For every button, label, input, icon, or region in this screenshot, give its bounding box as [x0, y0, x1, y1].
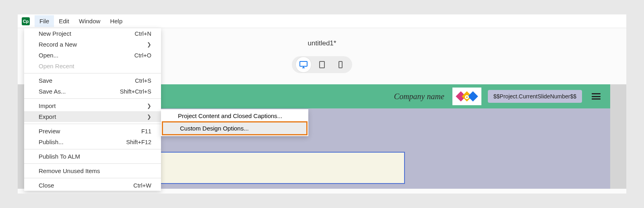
export-submenu: Project Content and Closed Captions...Cu…	[161, 109, 308, 136]
menu-item-remove-unused-items[interactable]: Remove Unused Items	[24, 165, 161, 176]
device-switcher	[292, 56, 352, 73]
company-logo	[452, 88, 481, 105]
menu-item-label: New Project	[39, 30, 71, 37]
svg-rect-7	[468, 91, 478, 101]
menu-shortcut: Ctrl+W	[133, 182, 151, 189]
menu-item-export[interactable]: Export❯	[24, 111, 161, 122]
menu-item-close[interactable]: CloseCtrl+W	[24, 180, 161, 191]
chevron-right-icon: ❯	[147, 114, 151, 120]
menu-shortcut: Ctrl+S	[135, 77, 151, 84]
menu-separator	[24, 178, 161, 178]
menu-window[interactable]: Window	[74, 15, 105, 27]
menu-item-label: Save As...	[39, 88, 66, 95]
menu-item-label: Preview	[39, 128, 60, 135]
menu-item-label: Close	[39, 182, 54, 189]
svg-rect-0	[300, 61, 307, 66]
menu-item-label: Publish...	[39, 139, 64, 145]
chevron-right-icon: ❯	[147, 41, 151, 47]
menu-help[interactable]: Help	[105, 15, 127, 27]
logo-icon	[455, 90, 479, 103]
menu-shortcut: Ctrl+O	[134, 52, 151, 59]
menu-item-preview[interactable]: PreviewF11	[24, 126, 161, 137]
menu-separator	[24, 124, 161, 124]
menu-file[interactable]: File	[35, 15, 54, 27]
menu-item-label: Record a New	[39, 41, 77, 48]
menu-item-label: Export	[39, 113, 56, 120]
menu-item-record-a-new[interactable]: Record a New❯	[24, 39, 161, 50]
device-tablet-button[interactable]	[314, 57, 330, 72]
menu-edit[interactable]: Edit	[54, 15, 74, 27]
tablet-icon	[319, 61, 325, 69]
menu-item-save[interactable]: SaveCtrl+S	[24, 75, 161, 86]
svg-rect-3	[320, 61, 324, 68]
mobile-icon	[338, 61, 343, 69]
svg-rect-4	[339, 61, 342, 68]
chevron-right-icon: ❯	[147, 103, 151, 109]
slide-number-variable[interactable]: $$Project.CurrentSlideNumber$$	[488, 90, 582, 103]
menu-separator	[24, 98, 161, 99]
menubar: Cp File Edit Window Help	[18, 14, 626, 28]
menu-item-label: Publish To ALM	[39, 153, 80, 160]
menu-item-save-as[interactable]: Save As...Shift+Ctrl+S	[24, 86, 161, 97]
submenu-item-project-content-and-closed-captions[interactable]: Project Content and Closed Captions...	[161, 110, 308, 122]
menu-item-open-recent: Open Recent	[24, 61, 161, 71]
device-mobile-button[interactable]	[333, 57, 348, 72]
menu-item-publish-to-alm[interactable]: Publish To ALM	[24, 151, 161, 162]
device-desktop-button[interactable]	[296, 57, 311, 72]
menu-item-import[interactable]: Import❯	[24, 100, 161, 111]
file-dropdown: New ProjectCtrl+NRecord a New❯Open...Ctr…	[24, 28, 161, 191]
menu-shortcut: Shift+Ctrl+S	[120, 88, 151, 95]
menu-item-label: Import	[39, 102, 56, 109]
menu-item-label: Open...	[39, 52, 58, 59]
menu-shortcut: Ctrl+N	[135, 31, 152, 37]
app-window: Cp File Edit Window Help untitled1*	[18, 14, 626, 194]
menu-item-label: Open Recent	[39, 63, 74, 69]
company-name-label: Company name	[394, 92, 444, 101]
desktop-icon	[299, 61, 308, 69]
menu-item-publish[interactable]: Publish...Shift+F12	[24, 137, 161, 147]
menu-item-open[interactable]: Open...Ctrl+O	[24, 50, 161, 61]
submenu-item-custom-design-options[interactable]: Custom Design Options...	[162, 121, 308, 135]
svg-point-9	[466, 96, 468, 98]
menu-item-label: Remove Unused Items	[39, 167, 100, 174]
menu-separator	[24, 149, 161, 149]
menu-separator	[24, 163, 161, 164]
app-icon: Cp	[22, 17, 30, 25]
menu-item-new-project[interactable]: New ProjectCtrl+N	[24, 28, 161, 39]
menu-shortcut: Shift+F12	[126, 139, 151, 145]
hamburger-icon[interactable]	[592, 93, 601, 100]
menu-shortcut: F11	[141, 128, 151, 135]
menu-item-label: Save	[39, 77, 52, 84]
menu-separator	[24, 73, 161, 73]
